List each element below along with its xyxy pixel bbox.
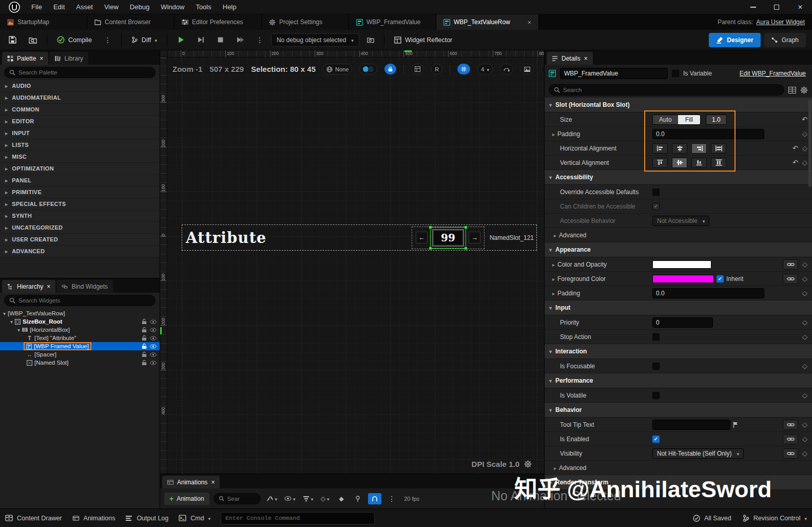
animation-search[interactable]: [214, 493, 261, 504]
curve-options-button[interactable]: [265, 493, 279, 504]
section-behavior[interactable]: Behavior: [545, 403, 812, 418]
animations-status-button[interactable]: Animations: [72, 515, 115, 522]
tab-wbp-text-value-row[interactable]: WBP_TextValueRow: [436, 14, 539, 30]
expand-icon[interactable]: [5, 248, 8, 254]
override-accessible-checkbox[interactable]: [652, 189, 660, 196]
property-binding-icon[interactable]: [802, 144, 807, 152]
save-button[interactable]: [4, 33, 21, 47]
section-performance[interactable]: Performance: [545, 373, 812, 388]
menu-item[interactable]: Debug: [124, 0, 155, 14]
designer-viewport[interactable]: 0100200300400500600700800 30020010001002…: [160, 50, 544, 474]
property-binding-icon[interactable]: [802, 289, 807, 297]
keyframe-options-button[interactable]: [319, 493, 331, 504]
is-enabled-checkbox[interactable]: [652, 436, 660, 443]
palette-category[interactable]: LISTS: [0, 139, 160, 151]
palette-category[interactable]: OPTIMIZATION: [0, 163, 160, 175]
aspect-lock-button[interactable]: [384, 64, 396, 74]
visibility-options-button[interactable]: [283, 493, 297, 504]
visibility-eye-icon[interactable]: [150, 319, 157, 324]
edit-widget-link[interactable]: Edit WBP_FramedValue: [740, 70, 808, 77]
unreal-logo-icon[interactable]: [3, 1, 26, 13]
fps-label[interactable]: 20 fps: [404, 496, 419, 502]
palette-category[interactable]: AUDIO: [0, 80, 160, 92]
property-binding-icon[interactable]: [802, 449, 807, 457]
lock-icon[interactable]: [142, 327, 147, 333]
console-command-input[interactable]: [225, 515, 370, 521]
parent-class-link[interactable]: Aura User Widget: [756, 18, 805, 26]
tree-row-sizebox[interactable]: SizeBox_Root: [0, 317, 160, 326]
menu-item[interactable]: Help: [217, 0, 242, 14]
expand-icon[interactable]: [5, 165, 8, 172]
add-animation-button[interactable]: Animation: [164, 493, 209, 505]
details-settings-gear-icon[interactable]: [800, 86, 808, 94]
hierarchy-search[interactable]: [4, 295, 156, 306]
tab-details[interactable]: Details: [547, 52, 593, 65]
preview-background-button[interactable]: None: [323, 64, 352, 74]
halign-center-button[interactable]: [672, 143, 687, 154]
expand-icon[interactable]: [5, 213, 8, 219]
more-options-button[interactable]: [385, 493, 398, 504]
palette-category[interactable]: EDITOR: [0, 116, 160, 127]
property-binding-icon[interactable]: [802, 318, 807, 326]
reset-to-default-icon[interactable]: [792, 159, 798, 166]
pixel-snap-button[interactable]: [500, 64, 513, 74]
expand-icon[interactable]: [5, 118, 8, 124]
minimize-button[interactable]: [741, 0, 765, 14]
accessible-behavior-dropdown[interactable]: Not Accessible: [652, 216, 709, 226]
valign-center-button[interactable]: [672, 158, 687, 168]
slot-padding-input[interactable]: [652, 129, 764, 139]
close-tab-icon[interactable]: [47, 283, 50, 290]
color-vision-swatch-button[interactable]: [359, 64, 377, 74]
details-scrollbar[interactable]: [808, 100, 811, 187]
section-input[interactable]: Input: [545, 300, 812, 315]
compile-button[interactable]: Compile: [52, 33, 96, 47]
lock-icon[interactable]: [142, 360, 147, 366]
valign-fill-button[interactable]: [711, 158, 726, 168]
expand-icon[interactable]: [5, 177, 8, 183]
property-binding-icon[interactable]: [802, 333, 807, 341]
content-drawer-button[interactable]: Content Drawer: [5, 515, 62, 522]
expand-icon[interactable]: [552, 275, 555, 283]
section-appearance[interactable]: Appearance: [545, 242, 812, 257]
menu-item[interactable]: View: [99, 0, 124, 14]
browse-asset-button[interactable]: [24, 33, 42, 47]
halign-left-button[interactable]: [652, 143, 668, 154]
console-command[interactable]: [221, 512, 375, 524]
expand-icon[interactable]: [5, 189, 8, 195]
palette-search-input[interactable]: [18, 69, 150, 76]
property-binding-icon[interactable]: [802, 130, 807, 138]
tab-content-browser[interactable]: Content Browser: [87, 14, 175, 30]
expand-icon[interactable]: [5, 130, 8, 136]
reset-to-default-icon[interactable]: [802, 116, 807, 123]
tab-wbp-framed-value[interactable]: WBP_FramedValue: [349, 14, 436, 30]
property-binding-icon[interactable]: [802, 435, 807, 443]
tab-bind-widgets[interactable]: Bind Widgets: [56, 280, 113, 293]
collapse-icon[interactable]: [10, 318, 13, 325]
visibility-eye-icon[interactable]: [150, 361, 157, 365]
designer-mode-button[interactable]: Designer: [709, 33, 760, 47]
row-accessibility-advanced[interactable]: Advanced: [545, 228, 812, 242]
stop-action-checkbox[interactable]: [652, 333, 660, 341]
property-binding-icon[interactable]: [802, 260, 807, 268]
tree-row-text-attribute[interactable]: T [Text] "Attribute": [0, 334, 160, 342]
grid-snap-size[interactable]: 4: [477, 64, 493, 74]
tab-editor-preferences[interactable]: Editor Preferences: [175, 14, 262, 30]
increment-arrow-button[interactable]: [469, 232, 480, 243]
is-focusable-checkbox[interactable]: [652, 363, 660, 370]
property-binding-icon[interactable]: [802, 391, 807, 399]
reset-to-default-icon[interactable]: [792, 144, 798, 152]
compile-options-button[interactable]: [100, 33, 116, 47]
size-auto-button[interactable]: Auto: [653, 115, 678, 124]
expand-icon[interactable]: [552, 261, 555, 268]
close-tab-icon[interactable]: [211, 479, 215, 486]
cmd-dropdown[interactable]: Cmd: [179, 515, 210, 522]
gear-icon[interactable]: [524, 460, 532, 468]
filter-options-button[interactable]: [301, 493, 315, 504]
is-volatile-checkbox[interactable]: [652, 392, 660, 399]
expand-icon[interactable]: [5, 154, 8, 160]
palette-category[interactable]: UNCATEGORIZED: [0, 222, 160, 234]
maximize-button[interactable]: [765, 0, 788, 14]
localize-flag-icon[interactable]: [733, 422, 738, 428]
eject-button[interactable]: [231, 33, 248, 47]
lock-icon[interactable]: [142, 335, 147, 341]
